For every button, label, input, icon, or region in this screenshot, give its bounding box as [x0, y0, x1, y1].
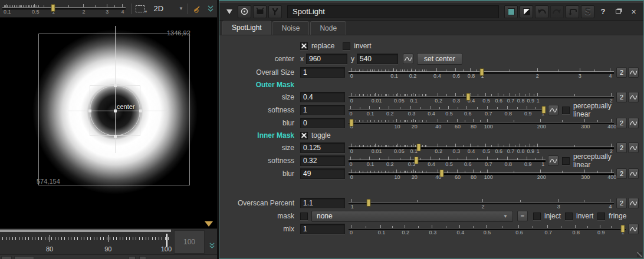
outer-blur-curve-button[interactable] — [628, 118, 639, 128]
outer-blur-slider[interactable]: 01020406080100200300400 — [349, 117, 614, 129]
outer-blur-field[interactable] — [300, 118, 345, 128]
close-panel-button[interactable]: × — [627, 5, 640, 18]
collapse-chevron-icon[interactable] — [206, 5, 215, 12]
mask-channel-dropdown[interactable]: none ▼ — [311, 211, 513, 222]
mix-curve-button[interactable] — [628, 224, 639, 234]
inner-size-dimensions-button[interactable]: 2 — [616, 142, 627, 153]
timeline-ruler[interactable]: 100 8090100 — [0, 228, 217, 254]
inner-size-field[interactable] — [300, 142, 345, 153]
center-curve-button[interactable] — [403, 54, 413, 64]
playback-button[interactable] — [129, 256, 136, 259]
mask-channel-value: none — [317, 212, 333, 220]
inner-size-slider[interactable]: 00.010.050.10.20.30.40.50.60.70.80.912 — [349, 142, 614, 154]
outer-blur-label: blur — [219, 119, 300, 127]
mix-slider[interactable]: 00.10.20.30.40.50.60.70.80.91 — [349, 223, 626, 235]
inner-blur-field[interactable] — [300, 168, 345, 179]
inner-mask-toggle-label: toggle — [311, 131, 331, 140]
fringe-checkbox[interactable] — [597, 212, 605, 220]
center-node-button[interactable] — [238, 5, 251, 18]
overscan-slider[interactable]: 1234 — [349, 197, 614, 209]
inner-blur-slider[interactable]: 01020406080100200300400 — [349, 168, 614, 180]
inner-blur-dimensions-button[interactable]: 2 — [616, 168, 627, 179]
mask-equals-button[interactable]: = — [517, 211, 528, 221]
overall-size-field[interactable] — [300, 67, 345, 78]
overscan-field[interactable] — [300, 198, 345, 208]
range-indicator-icon[interactable] — [205, 221, 213, 227]
outer-size-slider[interactable]: 00.010.050.10.20.30.40.50.60.70.80.912 — [349, 91, 614, 103]
panel-content: replace invert center x y set center Ove… — [219, 35, 643, 235]
inner-softness-field[interactable] — [300, 155, 345, 166]
inner-size-label: size — [219, 144, 300, 152]
top-handle[interactable] — [114, 84, 117, 87]
overall-size-slider[interactable]: 00.10.20.40.60.81234 — [349, 67, 614, 78]
row-overall-size: Overall Size 00.10.20.40.60.81234 2 — [219, 66, 643, 79]
row-outer-blur: blur 01020406080100200300400 2 — [219, 117, 643, 130]
script-button[interactable]: S — [581, 5, 594, 18]
inner-softness-curve-button[interactable] — [548, 155, 558, 166]
outer-size-field[interactable] — [300, 92, 345, 102]
outer-softness-field[interactable] — [300, 105, 345, 115]
outer-softness-slider[interactable]: 00.10.20.30.40.50.60.70.80.91 — [349, 104, 546, 116]
mask-invert-checkbox[interactable] — [565, 212, 573, 220]
set-center-button[interactable]: set center — [417, 53, 462, 65]
viewer-canvas[interactable]: center 1346,92 574,154 — [0, 18, 217, 228]
inner-mask-toggle-checkbox[interactable] — [300, 132, 308, 140]
viewer-mode-dropdown[interactable]: 2D ▼ — [153, 4, 183, 13]
bottom-handle[interactable] — [114, 135, 117, 138]
timeline-collapse-chevron-icon[interactable] — [208, 242, 216, 249]
inner-size-curve-button[interactable] — [628, 142, 639, 153]
replace-checkbox[interactable] — [300, 42, 308, 50]
roi-icon[interactable]: ▼ — [136, 5, 144, 12]
color-swatch-button[interactable] — [504, 5, 518, 18]
float-panel-button[interactable] — [612, 5, 625, 18]
overall-size-dimensions-button[interactable]: 2 — [616, 67, 627, 78]
current-frame-field[interactable]: 100 — [174, 230, 205, 254]
overscan-dimensions-button[interactable]: 2 — [616, 198, 627, 208]
center-x-field[interactable] — [306, 54, 347, 64]
inner-perceptually-linear-checkbox[interactable] — [562, 157, 570, 165]
undo-button[interactable] — [535, 5, 548, 18]
inner-blur-curve-button[interactable] — [628, 168, 639, 179]
resize-grip[interactable] — [637, 252, 642, 257]
node-title-field[interactable] — [287, 5, 499, 18]
viewer-gain-slider[interactable]: 0.10.51234 — [2, 2, 126, 16]
playback-button[interactable] — [14, 256, 34, 259]
outer-softness-curve-button[interactable] — [548, 105, 558, 115]
color-sampler-icon[interactable] — [192, 4, 202, 14]
close-icon: × — [631, 7, 636, 16]
outer-blur-dimensions-button[interactable]: 2 — [616, 118, 627, 128]
outer-size-curve-button[interactable] — [628, 92, 639, 102]
playback-button[interactable] — [139, 256, 146, 259]
revert-button[interactable] — [566, 5, 579, 18]
viewer-pane: 0.10.51234 ▼ 2D ▼ center 1346,92 574,154 — [0, 0, 217, 259]
inject-checkbox[interactable] — [533, 212, 541, 220]
outer-perceptually-linear-checkbox[interactable] — [562, 107, 570, 114]
timeline-scrollbar[interactable] — [0, 230, 171, 232]
redo-button[interactable] — [550, 5, 564, 18]
monitor-icon-button[interactable] — [253, 5, 267, 18]
right-handle[interactable] — [139, 109, 142, 112]
overall-size-curve-button[interactable] — [628, 67, 639, 78]
tab-noise[interactable]: Noise — [272, 21, 310, 35]
left-handle[interactable] — [88, 109, 91, 112]
channels-toggle-button[interactable] — [520, 5, 533, 18]
tab-spotlight[interactable]: SpotLight — [222, 21, 271, 35]
overscan-curve-button[interactable] — [628, 198, 639, 208]
s-label: S — [584, 6, 591, 17]
panel-header: S ? × — [219, 3, 643, 21]
panel-collapse-button[interactable] — [222, 5, 236, 18]
wrench-icon-button[interactable] — [268, 5, 282, 18]
outer-perceptually-linear-label: perceptually linear — [573, 102, 630, 118]
outer-size-dimensions-button[interactable]: 2 — [616, 92, 627, 102]
center-overlay-label: center — [117, 103, 135, 110]
tab-node[interactable]: Node — [310, 21, 346, 35]
outer-softness-label: softness — [219, 106, 300, 114]
row-mix: mix 00.10.20.30.40.50.60.70.80.91 — [219, 223, 643, 235]
help-button[interactable]: ? — [596, 5, 610, 18]
center-y-field[interactable] — [357, 54, 398, 64]
inner-softness-slider[interactable]: 00.10.20.30.40.50.60.70.80.91 — [349, 155, 546, 167]
mix-field[interactable] — [300, 224, 345, 234]
mask-checkbox[interactable] — [300, 212, 308, 220]
playback-button[interactable] — [1, 256, 12, 259]
invert-checkbox[interactable] — [343, 42, 350, 50]
